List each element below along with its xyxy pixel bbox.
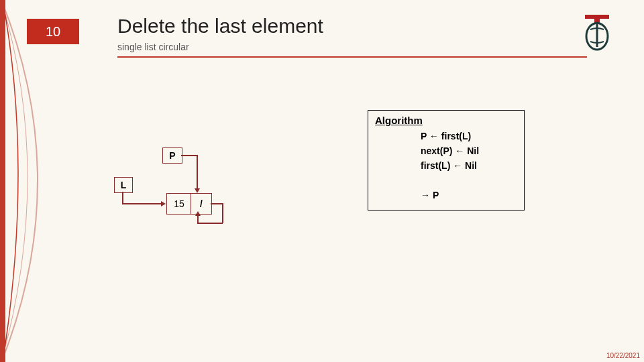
slide-date: 10/22/2021 xyxy=(606,352,640,359)
list-l-box: L xyxy=(114,177,133,193)
l-arrow-v xyxy=(122,192,123,204)
slide-title: Delete the last element xyxy=(117,15,323,38)
slide-number: 10 xyxy=(46,24,60,40)
p-arrow-head xyxy=(195,188,200,193)
left-accent-bar xyxy=(0,0,5,362)
p-arrow-v xyxy=(197,155,198,190)
l-arrow-head xyxy=(161,201,166,206)
algorithm-box: Algorithm P ← first(L) next(P) ← Nil fir… xyxy=(368,110,525,210)
algorithm-line-1: P ← first(L) xyxy=(421,131,471,141)
title-underline xyxy=(117,56,587,58)
node-data-cell: 15 xyxy=(166,193,192,215)
svg-rect-0 xyxy=(585,15,609,19)
algorithm-line-2: next(P) ← Nil xyxy=(421,145,479,156)
l-arrow-h xyxy=(122,203,162,204)
p-arrow-h xyxy=(181,155,197,156)
loop-seg-3 xyxy=(197,223,223,224)
slide: 10 Delete the last element single list c… xyxy=(0,0,644,362)
loop-seg-1 xyxy=(211,203,223,204)
decorative-curves xyxy=(0,0,80,362)
loop-arrow-head xyxy=(195,211,201,216)
algorithm-return: → P xyxy=(421,190,439,200)
slide-number-badge: 10 xyxy=(27,19,79,44)
algorithm-heading: Algorithm xyxy=(375,115,423,126)
university-logo-icon xyxy=(581,13,613,51)
slide-subtitle: single list circular xyxy=(117,42,189,52)
pointer-p-box: P xyxy=(162,147,182,164)
linked-list-diagram: P L 15 / xyxy=(114,147,248,228)
node-next-cell: / xyxy=(191,193,212,215)
loop-seg-2 xyxy=(222,203,223,223)
algorithm-line-3: first(L) ← Nil xyxy=(421,160,477,171)
